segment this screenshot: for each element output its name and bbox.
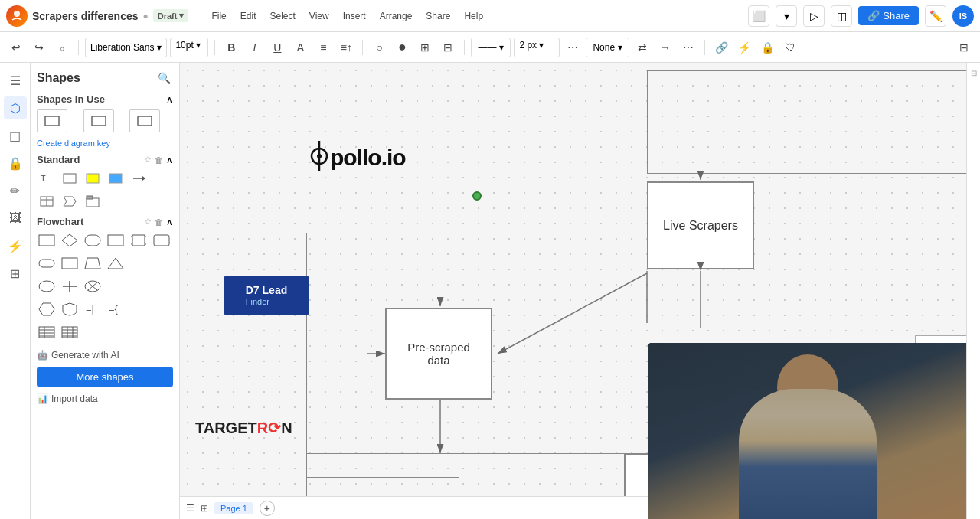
create-key-link[interactable]: Create diagram key (37, 139, 173, 148)
fc-oval[interactable] (37, 278, 57, 295)
flash-button[interactable]: ⚡ (734, 38, 754, 57)
menu-icon[interactable]: ☰ (186, 503, 194, 514)
app-logo[interactable] (6, 5, 28, 27)
draft-badge[interactable]: Draft ▾ (153, 9, 189, 22)
menu-help[interactable]: Help (458, 8, 489, 24)
import-data-button[interactable]: 📊 Import data (37, 393, 173, 404)
collapse-standard[interactable]: ∧ (166, 155, 173, 165)
shape-item-rect3[interactable] (129, 109, 160, 132)
fc-rect4[interactable] (152, 232, 172, 249)
play-icon[interactable]: ▷ (803, 5, 825, 27)
right-sidebar-handle[interactable]: ⊟ (966, 63, 980, 519)
dropdown-icon[interactable]: ▾ (776, 5, 797, 27)
fc-brace[interactable]: ={ (106, 301, 126, 318)
star-flowchart[interactable]: ☆ (144, 217, 152, 227)
ai-generate-button[interactable]: 🤖 Generate with AI (37, 347, 173, 364)
page-tab[interactable]: Page 1 (214, 502, 253, 514)
user-avatar[interactable]: IS (952, 5, 974, 27)
collapse-flowchart[interactable]: ∧ (166, 217, 173, 227)
std-chevron[interactable] (60, 193, 80, 210)
menu-view[interactable]: View (303, 8, 335, 24)
bold-button[interactable]: B (221, 38, 241, 57)
diagram-canvas[interactable]: pollo.io Live Scrapers (180, 63, 966, 519)
fc-rect2[interactable] (106, 232, 126, 249)
align-button[interactable]: ≡ (313, 38, 333, 57)
table-tool[interactable]: ⊞ (415, 38, 435, 57)
more-shapes-button[interactable]: More shapes (37, 367, 173, 387)
rail-connect-icon[interactable]: ⚡ (4, 234, 27, 257)
menu-edit[interactable]: Edit (234, 8, 263, 24)
fc-xmark[interactable] (83, 278, 103, 295)
connection-type-selector[interactable]: None ▾ (586, 38, 629, 57)
std-container[interactable] (83, 193, 103, 210)
rail-edit-icon[interactable]: ✏ (4, 179, 27, 202)
live-scrapers-box[interactable]: Live Scrapers (647, 181, 754, 269)
shape-item-rect2[interactable] (83, 109, 114, 132)
std-table[interactable] (37, 193, 57, 210)
fc-rect3[interactable] (129, 232, 149, 249)
menu-select[interactable]: Select (263, 8, 301, 24)
delete-standard[interactable]: 🗑 (155, 155, 163, 165)
format-button[interactable]: ⬦ (52, 38, 72, 57)
rail-pages-icon[interactable]: ☰ (4, 69, 27, 92)
line-style-selector[interactable]: —— ▾ (471, 38, 511, 57)
collapse-shapes-in-use[interactable]: ∧ (166, 94, 173, 105)
add-page-button[interactable]: + (260, 501, 275, 516)
font-size-selector[interactable]: 10pt ▾ (170, 38, 208, 57)
std-blue-rect[interactable] (106, 170, 126, 187)
sidebar-toggle-button[interactable]: ⊟ (954, 38, 974, 57)
present-icon[interactable]: ⬜ (748, 5, 769, 27)
font-selector[interactable]: Liberation Sans ▾ (85, 38, 167, 57)
indent-button[interactable]: ≡↑ (336, 38, 356, 57)
fc-shield[interactable] (60, 301, 80, 318)
delete-flowchart[interactable]: 🗑 (155, 217, 163, 227)
rail-shapes-icon[interactable]: ⬡ (4, 96, 27, 119)
search-shapes-button[interactable]: 🔍 (155, 69, 173, 87)
rail-lock-icon[interactable]: 🔒 (4, 152, 27, 175)
star-standard[interactable]: ☆ (144, 155, 152, 165)
fc-table2[interactable] (37, 324, 57, 341)
menu-arrange[interactable]: Arrange (374, 8, 419, 24)
shield-button[interactable]: 🛡 (780, 38, 800, 57)
std-yellow-rect[interactable] (83, 170, 103, 187)
circle-fill-tool[interactable]: ● (392, 38, 412, 57)
menu-share[interactable]: Share (420, 8, 456, 24)
lock-button[interactable]: 🔒 (757, 38, 777, 57)
underline-button[interactable]: U (267, 38, 287, 57)
edit-icon[interactable]: ✏️ (925, 5, 946, 27)
fc-rect[interactable] (37, 232, 57, 249)
fc-tri[interactable] (106, 255, 126, 272)
line-width-selector[interactable]: 2 px ▾ (514, 38, 560, 57)
waypoint-button[interactable]: ⋯ (563, 38, 583, 57)
extra-tool[interactable]: ⊟ (438, 38, 458, 57)
rail-plugin-icon[interactable]: ⊞ (4, 262, 27, 285)
fc-roundrect2[interactable] (37, 255, 57, 272)
link-button[interactable]: 🔗 (711, 38, 731, 57)
italic-button[interactable]: I (244, 38, 264, 57)
d7-box[interactable]: D7 D7 LeadLead Finder (224, 276, 309, 315)
video-icon[interactable]: ◫ (831, 5, 852, 27)
std-text[interactable]: T (37, 170, 57, 187)
grid-icon[interactable]: ⊞ (201, 503, 208, 514)
menu-insert[interactable]: Insert (337, 8, 372, 24)
fc-roundrect[interactable] (83, 232, 103, 249)
fc-hexagon[interactable] (37, 301, 57, 318)
undo-button[interactable]: ↩ (6, 38, 26, 57)
shape-item-rect1[interactable] (37, 109, 67, 132)
pre-scraped-box[interactable]: Pre-scrapeddata (385, 308, 492, 400)
more-button[interactable]: ⋯ (678, 38, 698, 57)
arrow-button[interactable]: → (655, 38, 675, 57)
menu-file[interactable]: File (205, 8, 232, 24)
font-color-button[interactable]: A (290, 38, 310, 57)
fc-table3[interactable] (60, 324, 80, 341)
rail-image-icon[interactable]: 🖼 (4, 207, 27, 230)
fc-trap[interactable] (83, 255, 103, 272)
std-rect[interactable] (60, 170, 80, 187)
std-line[interactable] (129, 170, 149, 187)
fc-equals[interactable]: =| (83, 301, 103, 318)
fc-cross[interactable] (60, 278, 80, 295)
direction-button[interactable]: ⇄ (632, 38, 652, 57)
rail-layers-icon[interactable]: ◫ (4, 124, 27, 147)
redo-button[interactable]: ↪ (29, 38, 49, 57)
ellipse-tool[interactable]: ○ (369, 38, 389, 57)
